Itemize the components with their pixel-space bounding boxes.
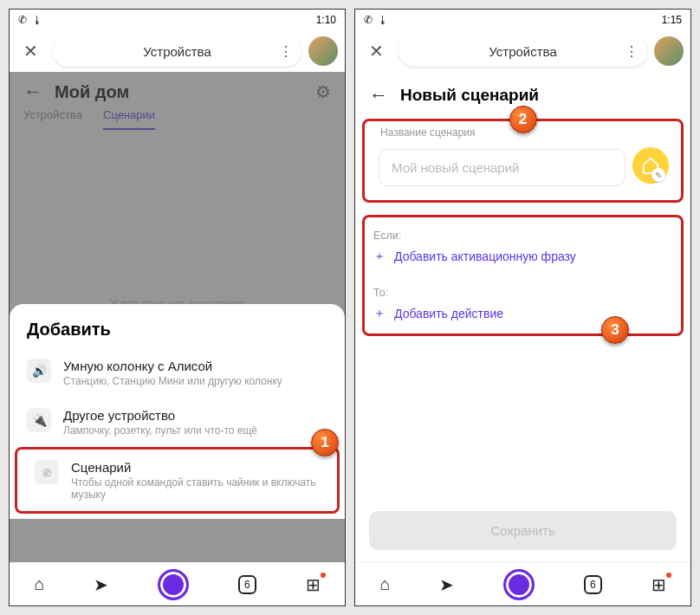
more-icon[interactable]: ⋮ <box>279 43 291 60</box>
apps-icon[interactable]: ⊞ <box>651 574 666 595</box>
back-icon[interactable]: ← <box>369 84 388 107</box>
sheet-title: Добавить <box>10 320 345 348</box>
bottom-nav: ⌂ ➤ 6 ⊞ <box>355 562 690 605</box>
add-action-button[interactable]: ＋ Добавить действие <box>373 306 672 321</box>
content-right: ← Новый сценарий Название сценария Мой н… <box>355 72 690 562</box>
then-label: То: <box>373 287 672 299</box>
home-icon[interactable]: ⌂ <box>379 574 390 594</box>
add-action-label: Добавить действие <box>394 307 503 320</box>
content-left: ← Мой дом ⚙ Устройства Сценарии У вас по… <box>10 72 345 562</box>
sheet-item-scenario[interactable]: ⎚ Сценарий Чтобы одной командой ставить … <box>15 447 340 514</box>
plug-icon: 🔌 <box>27 408 51 432</box>
status-bar: ✆ ⭳ 1:10 <box>10 10 345 30</box>
topbar: ✕ Устройства ⋮ <box>355 30 690 72</box>
speaker-icon: 🔊 <box>27 359 51 383</box>
topbar-title-text: Устройства <box>143 44 211 59</box>
bottom-nav: ⌂ ➤ 6 ⊞ <box>10 562 345 605</box>
alice-icon[interactable] <box>503 569 535 600</box>
topbar-title[interactable]: Устройства ⋮ <box>399 36 647 67</box>
close-icon[interactable]: ✕ <box>360 41 392 62</box>
page-title: Новый сценарий <box>400 86 539 105</box>
scenario-name-input[interactable]: Мой новый сценарий <box>379 149 625 186</box>
send-icon[interactable]: ➤ <box>94 574 108 595</box>
more-icon[interactable]: ⋮ <box>625 43 637 60</box>
download-icon: ⭳ <box>378 14 388 26</box>
phone-right: ✆ ⭳ 1:15 ✕ Устройства ⋮ ← Новый сценарий… <box>354 9 691 606</box>
save-button[interactable]: Сохранить <box>369 511 677 550</box>
avatar[interactable] <box>308 36 338 66</box>
add-phrase-button[interactable]: ＋ Добавить активационную фразу <box>373 249 672 264</box>
sheet-item-sub: Станцию, Станцию Мини или другую колонку <box>63 375 327 387</box>
status-bar: ✆ ⭳ 1:15 <box>355 10 690 30</box>
tabs-count-icon[interactable]: 6 <box>584 575 602 594</box>
alice-icon[interactable] <box>158 569 189 600</box>
send-icon[interactable]: ➤ <box>439 574 454 595</box>
annotation-badge-3: 3 <box>601 316 629 344</box>
edit-icon[interactable]: ✎ <box>651 168 665 182</box>
sheet-item-sub: Лампочку, розетку, пульт или что-то ещё <box>63 424 327 437</box>
sheet-item-speaker[interactable]: 🔊 Умную колонку с Алисой Станцию, Станци… <box>10 348 345 398</box>
sheet-item-title: Другое устройство <box>63 408 327 423</box>
sheet-item-device[interactable]: 🔌 Другое устройство Лампочку, розетку, п… <box>10 398 345 447</box>
download-icon: ⭳ <box>32 14 42 26</box>
apps-icon[interactable]: ⊞ <box>306 574 321 595</box>
home-icon[interactable]: ⌂ <box>34 574 44 594</box>
whatsapp-icon: ✆ <box>18 14 27 26</box>
sheet-item-title: Сценарий <box>71 460 320 475</box>
phone-left: ✆ ⭳ 1:10 ✕ Устройства ⋮ ← Мой дом ⚙ Устр… <box>9 9 346 606</box>
scenario-icon-button[interactable]: ✎ <box>632 147 669 184</box>
topbar: ✕ Устройства ⋮ <box>10 30 345 72</box>
status-time: 1:10 <box>316 14 336 26</box>
topbar-title[interactable]: Устройства ⋮ <box>53 36 301 67</box>
scenario-icon: ⎚ <box>35 460 59 484</box>
add-phrase-label: Добавить активационную фразу <box>394 249 576 263</box>
sheet-item-sub: Чтобы одной командой ставить чайник и вк… <box>71 476 320 501</box>
whatsapp-icon: ✆ <box>364 14 373 26</box>
sheet-item-title: Умную колонку с Алисой <box>63 359 327 373</box>
plus-icon: ＋ <box>373 306 386 321</box>
avatar[interactable] <box>654 36 684 66</box>
annotation-badge-1: 1 <box>311 429 339 456</box>
add-sheet: Добавить 🔊 Умную колонку с Алисой Станци… <box>10 304 345 519</box>
plus-icon: ＋ <box>373 249 386 264</box>
topbar-title-text: Устройства <box>489 44 556 59</box>
annotation-badge-2: 2 <box>509 106 537 133</box>
status-time: 1:15 <box>662 14 682 26</box>
close-icon[interactable]: ✕ <box>15 41 46 62</box>
if-label: Если: <box>373 230 672 242</box>
tabs-count-icon[interactable]: 6 <box>238 575 256 594</box>
